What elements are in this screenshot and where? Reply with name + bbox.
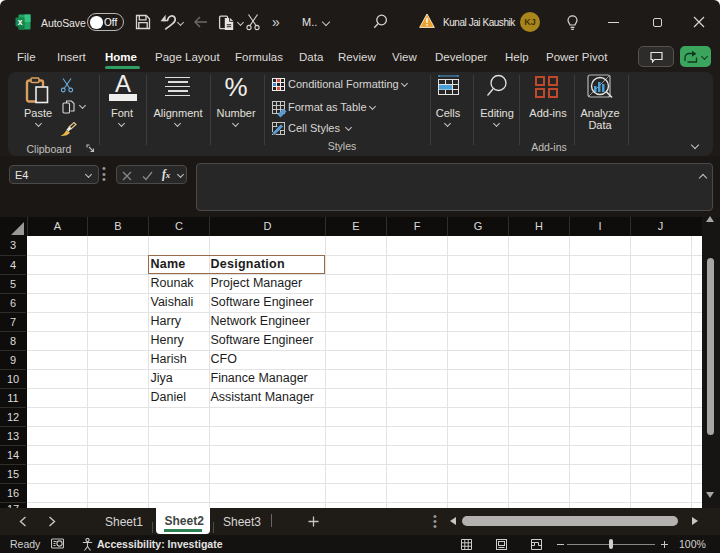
- svg-text:x: x: [18, 17, 23, 27]
